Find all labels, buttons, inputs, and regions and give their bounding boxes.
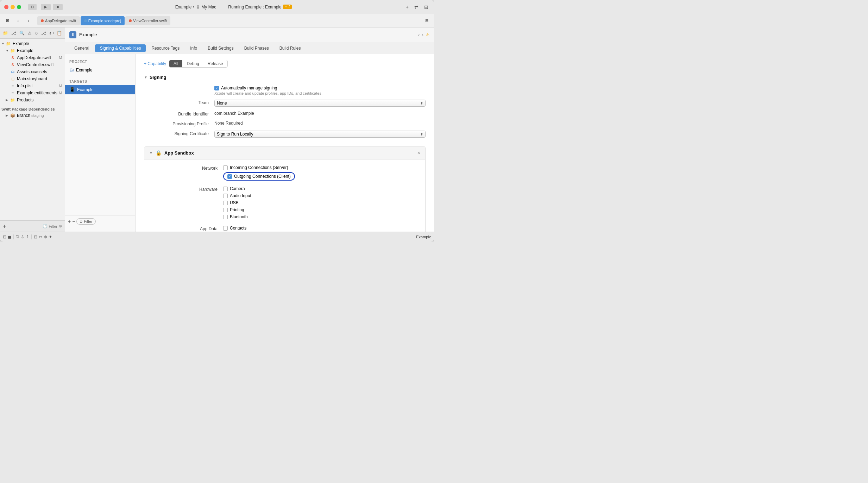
appdata-row: App Data Contacts Location [153,226,417,232]
center-panel: E Example ‹ › ⚠ General Signing & Capabi… [65,27,434,232]
segment-release[interactable]: Release [203,60,227,67]
statusbar-send-icon[interactable]: ✈ [49,234,52,239]
tree-item-assets[interactable]: 🗂 Assets.xcassets [0,68,65,75]
back-button[interactable]: ‹ [13,17,23,25]
auto-manage-checkbox[interactable] [214,86,219,90]
team-select[interactable]: None ⬍ [214,100,426,107]
stop-button[interactable]: ■ [53,4,63,10]
statusbar-grid-icon[interactable]: ⊡ [3,234,6,239]
sandbox-header: ▼ 🔒 App Sandbox × [144,146,425,159]
auto-manage-value: Automatically manage signing Xcode will … [214,86,426,95]
statusbar-person-icon[interactable]: ⊕ [44,234,47,239]
tree-item-example-root[interactable]: ▼ 📁 Example [0,40,65,47]
maximize-button[interactable] [17,5,21,9]
git-icon[interactable]: ⎇ [40,30,48,36]
close-button[interactable] [4,5,8,9]
incoming-checkbox[interactable] [223,165,228,170]
report-icon[interactable]: 📋 [55,30,63,36]
network-label: Network [153,165,223,171]
tab-info[interactable]: Info [185,44,202,52]
camera-checkbox[interactable] [223,187,228,191]
tree-arrow-example-group: ▼ [6,49,10,52]
file-tabs: AppDelegate.swift Example.xcodeproj View… [37,16,170,25]
team-value: None ⬍ [214,100,426,107]
tag-icon[interactable]: 🏷 [48,30,55,36]
swift-dot-icon [41,19,44,22]
printing-checkbox[interactable] [223,208,228,212]
grid-view-button[interactable]: ⊞ [3,17,12,25]
signing-cert-select[interactable]: Sign to Run Locally ⬍ [214,131,426,138]
breadcrumb-project[interactable]: Example [175,5,192,10]
source-control-icon[interactable]: ⎇ [10,30,18,36]
tab-general[interactable]: General [69,44,94,52]
signing-cert-value: Sign to Run Locally ⬍ [214,131,426,138]
tree-label-example-group: Example [17,48,33,53]
breadcrumb-destination-icon: 🖥 [196,5,200,10]
tree-arrow-branch: ▶ [6,114,10,117]
signing-cert-row: Signing Certificate Sign to Run Locally … [144,131,426,138]
filter-text: Filter [84,219,92,224]
filter-button[interactable]: ⊙ Filter [76,218,95,225]
add-editor-button[interactable]: + [404,4,410,11]
statusbar-breakpoints-icon[interactable]: ⇅ [16,234,19,239]
sandbox-close-button[interactable]: × [417,150,420,156]
contacts-checkbox[interactable] [223,226,228,231]
tree-item-products[interactable]: ▶ 📁 Products [0,96,65,104]
search-icon[interactable]: 🔍 [18,30,26,36]
tree-arrow-products: ▶ [6,98,10,102]
tree-item-example-group[interactable]: ▼ 📁 Example [0,47,65,54]
signing-cert-selected-value: Sign to Run Locally [217,132,419,137]
tab-build-phases[interactable]: Build Phases [239,44,274,52]
segment-all[interactable]: All [169,60,182,67]
play-button[interactable]: ▶ [41,4,51,10]
statusbar-upload-icon[interactable]: ⇑ [26,234,29,239]
statusbar-compare-icon[interactable]: ⊟ [34,234,37,239]
statusbar-stop-icon[interactable]: ◼ [8,234,11,239]
tab-xcodeproj-label: Example.xcodeproj [88,19,121,23]
signing-section-header[interactable]: ▼ Signing [144,75,426,80]
sidebar-toggle-button[interactable]: ⊟ [28,4,37,10]
tab-signing[interactable]: Signing & Capabilities [95,44,146,52]
usb-checkbox[interactable] [223,201,228,205]
forward-button[interactable]: › [24,17,33,25]
outgoing-checkbox[interactable] [227,174,232,179]
add-target-button[interactable]: + [68,219,71,224]
tree-item-infoplist[interactable]: ≡ Info.plist M [0,82,65,89]
forward-nav-button[interactable]: › [422,32,423,38]
inspector-toggle-button[interactable]: ⊟ [423,4,430,11]
tab-build-settings[interactable]: Build Settings [203,44,238,52]
tree-item-viewcontroller[interactable]: S ViewController.swift [0,61,65,68]
statusbar-build-icon[interactable]: ⇩ [21,234,24,239]
remove-target-button[interactable]: − [72,219,75,224]
chevron-updown-icon: ⬍ [420,101,423,105]
breakpoint-icon[interactable]: ◇ [33,30,39,36]
tree-label-entitlements: Example.entitlements [17,90,57,95]
provisioning-text: None Required [214,121,243,126]
folder-icon[interactable]: 📁 [1,30,10,36]
inspector-toggle-right[interactable]: ⊟ [422,17,431,25]
tab-viewcontroller[interactable]: ViewController.swift [125,16,170,25]
outgoing-connections-row: Outgoing Connections (Client) [223,172,417,181]
tree-item-entitlements[interactable]: ≡ Example.entitlements M [0,89,65,96]
tree-item-branch-staging[interactable]: ▶ 📦 Branch staging [0,112,65,119]
statusbar-scissors-icon[interactable]: ✂ [39,234,42,239]
back-nav-button[interactable]: ‹ [418,32,420,38]
project-item-example[interactable]: 🗂 Example [65,65,135,75]
warning-icon[interactable]: ⚠ [26,30,33,36]
tree-item-mainstoryboard[interactable]: ⊞ Main.storyboard [0,75,65,82]
tab-appdelegate[interactable]: AppDelegate.swift [37,16,80,25]
sidebar-bottom: + 🕐 Filter ⊕ [0,220,65,232]
add-capability-button[interactable]: + Capability [144,61,166,66]
segment-debug[interactable]: Debug [182,60,203,67]
minimize-button[interactable] [11,5,15,9]
audio-input-checkbox[interactable] [223,194,228,198]
target-item-example[interactable]: 📱 Example [65,85,135,94]
bluetooth-checkbox[interactable] [223,215,228,219]
filter-options-button[interactable]: ⊕ [59,224,62,228]
add-file-button[interactable]: + [3,223,6,230]
tab-build-rules[interactable]: Build Rules [275,44,306,52]
split-editor-button[interactable]: ⇄ [413,4,420,11]
tab-xcodeproj[interactable]: Example.xcodeproj [81,16,125,25]
tree-item-appdelegate[interactable]: S AppDelegate.swift M [0,54,65,61]
tab-resource-tags[interactable]: Resource Tags [146,44,184,52]
